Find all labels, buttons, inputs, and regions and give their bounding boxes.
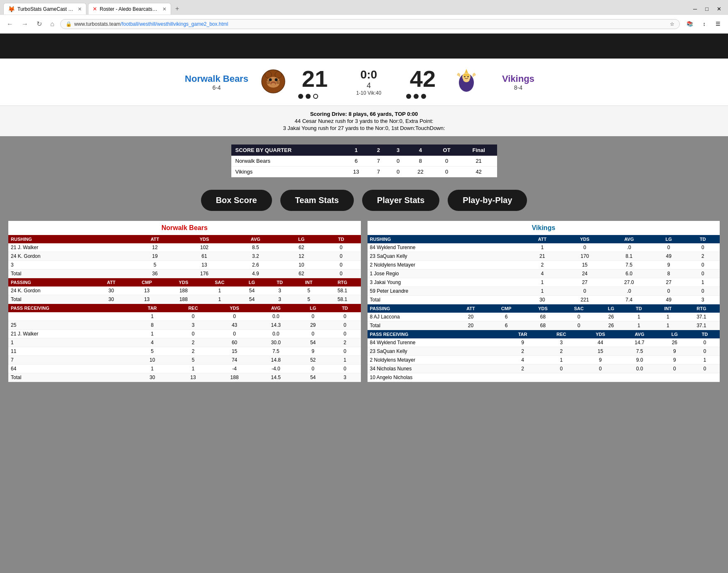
vikings-rushing-avg: AVG <box>607 235 652 243</box>
norwalk-q1: 6 <box>344 156 369 167</box>
away-dot-1 <box>406 94 411 99</box>
bookmark-icon[interactable]: ☆ <box>670 21 674 27</box>
table-row: 3 Jakai Young12727.0271 <box>368 278 720 287</box>
scoreboard: Norwalk Bears 6-4 21 0 <box>0 59 728 105</box>
table-row: Total30131881543558.1 <box>8 295 361 304</box>
minimize-button[interactable]: ─ <box>690 5 700 13</box>
table-row: 24 K. Gordon30131881543558.1 <box>8 286 361 295</box>
norwalk-p-lg: LG <box>238 278 266 286</box>
vikings-receiving-header: PASS RECEIVING TAR REC YDS AVG LG TD <box>368 330 720 338</box>
table-row: 59 Peter Leandre10.000 <box>368 287 720 296</box>
home-team-info: Norwalk Bears 6-4 <box>185 73 248 91</box>
vikings-r-yds: YDS <box>581 330 620 338</box>
tab-2-label: Roster - Aledo Bearcats (Aledo... <box>100 6 158 12</box>
norwalk-rushing-lg: LG <box>281 235 321 243</box>
player-stats-button[interactable]: Player Stats <box>362 190 440 211</box>
norwalk-r-avg: AVG <box>255 304 297 312</box>
norwalk-rushing-td: TD <box>321 235 361 243</box>
play-by-play-button[interactable]: Play-by-Play <box>448 190 527 211</box>
vikings-team-header: Vikings <box>368 221 720 235</box>
refresh-button[interactable]: ↻ <box>34 19 44 29</box>
game-down-info: 1-10 Vik:40 <box>356 90 382 96</box>
norwalk-team-cell: Norwalk Bears <box>231 156 344 167</box>
vikings-q4: 22 <box>408 167 433 177</box>
box-score-button[interactable]: Box Score <box>201 190 272 211</box>
vikings-receiving-table: PASS RECEIVING TAR REC YDS AVG LG TD 84 … <box>368 330 720 382</box>
vikings-rushing-label: RUSHING <box>368 235 522 243</box>
restore-button[interactable]: □ <box>702 5 712 13</box>
vikings-passing-table: PASSING ATT CMP YDS SAC LG TD INT RTG 8 … <box>368 304 720 330</box>
library-icon[interactable]: 📚 <box>683 20 696 28</box>
norwalk-rushing-yds: YDS <box>179 235 230 243</box>
away-dots <box>406 94 439 99</box>
stats-tables: Norwalk Bears RUSHING ATT YDS AVG LG TD … <box>8 221 720 382</box>
table-row: 34 Nicholas Nunes2000.000 <box>368 365 720 373</box>
menu-icon[interactable]: ☰ <box>712 20 724 28</box>
vikings-rushing-td: TD <box>686 235 720 243</box>
vikings-r-lg: LG <box>659 330 690 338</box>
dot-1 <box>298 94 303 99</box>
q4-header: 4 <box>408 144 433 156</box>
norwalk-rushing-avg: AVG <box>230 235 281 243</box>
table-row: 84 Wyklend Turenne934414.7260 <box>368 338 720 347</box>
norwalk-r-rec: REC <box>172 304 214 312</box>
norwalk-p-int: INT <box>294 278 324 286</box>
norwalk-rushing-label: RUSHING <box>8 235 131 243</box>
tab-2[interactable]: ✕ Roster - Aledo Bearcats (Aledo... ✕ <box>88 3 171 15</box>
table-row: Total302217.4493 <box>368 296 720 304</box>
vikings-final: 42 <box>461 167 497 177</box>
table-row: 24 K. Gordon19613.2120 <box>8 252 361 261</box>
forward-button[interactable]: → <box>19 20 31 29</box>
home-button[interactable]: ⌂ <box>48 20 57 29</box>
table-row: 21 J. Walker121028.5620 <box>8 243 361 252</box>
away-score-wrap: 42 <box>406 65 439 99</box>
away-team-logo <box>452 67 481 97</box>
vikings-p-att: ATT <box>454 304 488 313</box>
scoring-drive: Scoring Drive: 8 plays, 66 yards, TOP 0:… <box>0 105 728 136</box>
nav-bar: ← → ↻ ⌂ 🔒 www.turbostats.team/football/w… <box>0 15 728 33</box>
close-window-button[interactable]: ✕ <box>713 5 725 13</box>
table-row: 2 Noldylens Metayer4199.091 <box>368 356 720 365</box>
browser-chrome: 🦊 TurboStats GameCast for Footb... ✕ ✕ R… <box>0 0 728 34</box>
away-dot-2 <box>414 94 419 99</box>
norwalk-final: 21 <box>461 156 497 167</box>
tab-close-button[interactable]: ✕ <box>78 6 82 12</box>
game-quarter: 4 <box>367 81 371 90</box>
norwalk-q4: 8 <box>408 156 433 167</box>
vikings-q1: 13 <box>344 167 369 177</box>
quarter-table: SCORE BY QUARTER 1 2 3 4 OT Final Norwal… <box>231 144 497 177</box>
home-team-name: Norwalk Bears <box>185 73 248 84</box>
vikings-q3: 0 <box>388 167 408 177</box>
svg-point-17 <box>463 76 470 82</box>
table-row: 23 SaQuan Kelly211708.1492 <box>368 252 720 261</box>
norwalk-passing-label: PASSING <box>8 278 94 286</box>
lock-icon: 🔒 <box>66 21 72 27</box>
home-dots <box>298 94 331 99</box>
norwalk-stats: Norwalk Bears RUSHING ATT YDS AVG LG TD … <box>8 221 361 382</box>
home-team-logo <box>261 69 286 95</box>
table-row: Total361764.9620 <box>8 269 361 278</box>
tab-2-close-button[interactable]: ✕ <box>162 6 167 12</box>
team-stats-button[interactable]: Team Stats <box>280 190 354 211</box>
new-tab-button[interactable]: + <box>173 5 181 12</box>
norwalk-p-att: ATT <box>94 278 128 286</box>
table-row: 84 Wyklend Turenne10.000 <box>368 243 720 252</box>
norwalk-p-yds: YDS <box>166 278 201 286</box>
quarter-table-section: SCORE BY QUARTER 1 2 3 4 OT Final Norwal… <box>231 144 497 177</box>
vikings-r-rec: REC <box>542 330 581 338</box>
address-bar[interactable]: 🔒 www.turbostats.team/football/westhill/… <box>60 19 680 29</box>
table-row: 71057414.8521 <box>8 356 361 365</box>
vikings-r-tar: TAR <box>504 330 542 338</box>
back-button[interactable]: ← <box>4 20 16 29</box>
table-row: 8 AJ Laccona206680261137.1 <box>368 313 720 321</box>
vikings-rushing-header: RUSHING ATT YDS AVG LG TD <box>368 235 720 243</box>
vikings-r-avg: AVG <box>620 330 659 338</box>
tab-active[interactable]: 🦊 TurboStats GameCast for Footb... ✕ <box>3 3 86 15</box>
url-path: /football/westhill/westhillvikings_game2… <box>120 21 228 27</box>
table-row: Total206680261137.1 <box>368 321 720 330</box>
q2-header: 2 <box>369 144 388 156</box>
sync-icon[interactable]: ↕ <box>700 20 709 28</box>
norwalk-receiving-table: PASS RECEIVING TAR REC YDS AVG LG TD 100… <box>8 304 361 382</box>
url-base: www.turbostats.team <box>74 21 120 27</box>
norwalk-rec-label: PASS RECEIVING <box>8 304 132 312</box>
